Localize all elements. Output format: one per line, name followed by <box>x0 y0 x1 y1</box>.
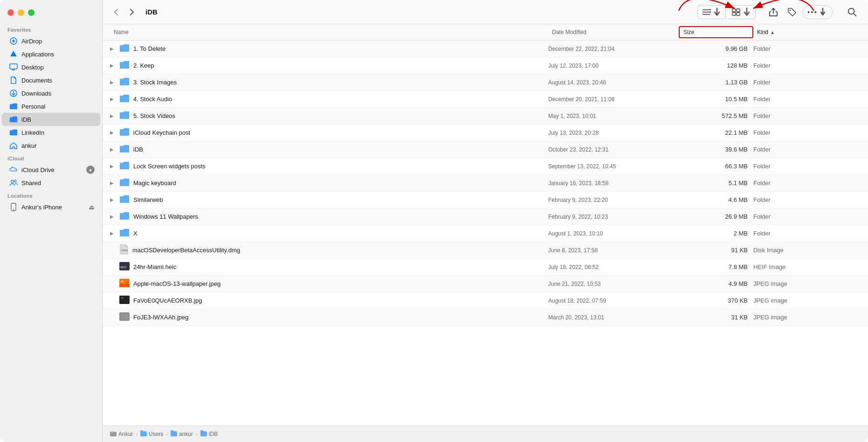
table-row[interactable]: Apple-macOS-13-wallpaper.jpegJune 21, 20… <box>103 276 868 292</box>
expand-arrow[interactable]: ▶ <box>110 80 116 85</box>
sidebar-item-desktop-label: Desktop <box>21 64 44 71</box>
file-name-label: FoJE3-lWXAAh.jpeg <box>133 314 189 321</box>
file-date-cell: September 13, 2022, 10:45 <box>548 163 679 170</box>
col-header-kind[interactable]: Kind ▲ <box>753 26 847 38</box>
col-header-date[interactable]: Date Modified <box>548 26 679 38</box>
sidebar-item-iphone[interactable]: Ankur's iPhone ⏏ <box>2 200 100 214</box>
file-size-cell: 1.13 GB <box>679 79 753 86</box>
more-button[interactable] <box>802 5 833 19</box>
expand-arrow[interactable]: ▶ <box>110 130 116 135</box>
sidebar-item-desktop[interactable]: Desktop <box>2 61 100 74</box>
tag-button[interactable] <box>784 6 800 19</box>
file-name-label: iCloud Keychain post <box>133 129 190 136</box>
sidebar-item-documents[interactable]: Documents <box>2 74 100 87</box>
file-size-cell: 66.3 MB <box>679 163 753 170</box>
sidebar-item-idb[interactable]: iDB <box>2 113 100 126</box>
file-kind-cell: Folder <box>753 62 847 69</box>
sidebar-item-airdrop[interactable]: AirDrop <box>2 35 100 48</box>
share-button[interactable] <box>765 6 782 19</box>
table-row[interactable]: DMG macOSDeveloperBetaAccessUtility.dmgJ… <box>103 242 868 259</box>
file-name-cell: ▶ 5. Stock Videos <box>110 111 548 121</box>
sort-desc-icon: ▲ <box>770 30 775 35</box>
file-name-cell: HEIC 24hr-Miami.heic <box>110 262 548 272</box>
file-name-cell: ▶ iCloud Keychain post <box>110 128 548 138</box>
expand-arrow[interactable]: ▶ <box>110 46 116 51</box>
eject-icon[interactable]: ⏏ <box>89 203 95 211</box>
status-bar: Ankur › Users › ankur › iDB <box>103 425 868 442</box>
search-button[interactable] <box>844 6 861 19</box>
svg-point-17 <box>790 9 791 11</box>
file-name-cell: ▶ 3. Stock Images <box>110 77 548 87</box>
sidebar-item-personal-label: Personal <box>21 103 45 110</box>
icloud-drive-icon <box>9 166 18 174</box>
file-icon: HEIC <box>119 262 130 272</box>
table-row[interactable]: ▶ Lock Screen widgets postsSeptember 13,… <box>103 158 868 175</box>
minimize-button[interactable] <box>18 9 24 16</box>
sidebar-item-downloads[interactable]: Downloads <box>2 87 100 100</box>
sidebar-item-applications[interactable]: Applications <box>2 48 100 61</box>
table-row[interactable]: FaVoE0QUcAEORXB.jpgAugust 18, 2022, 07:5… <box>103 292 868 309</box>
expand-arrow[interactable]: ▶ <box>110 97 116 102</box>
file-name-cell: ▶ X <box>110 228 548 238</box>
airdrop-icon <box>9 37 18 45</box>
table-row[interactable]: ▶ 4. Stock AudioDecember 20, 2021, 11:08… <box>103 91 868 108</box>
table-row[interactable]: ▶ Windows 11 WallpapersFebruary 9, 2022,… <box>103 208 868 225</box>
table-row[interactable]: ▶ SimilarwebFebruary 9, 2023, 22:204.6 M… <box>103 192 868 208</box>
sidebar-item-ankur[interactable]: ankur <box>2 139 100 152</box>
col-header-name[interactable]: Name <box>110 26 548 38</box>
breadcrumb-idb[interactable]: iDB <box>200 431 218 437</box>
expand-arrow[interactable]: ▶ <box>110 214 116 219</box>
file-date-cell: October 23, 2022, 12:31 <box>548 146 679 153</box>
close-button[interactable] <box>7 9 14 16</box>
file-name-label: 3. Stock Images <box>133 79 177 86</box>
table-row[interactable]: ▶ XAugust 1, 2023, 10:102 MBFolder <box>103 225 868 242</box>
icloud-drive-badge: ● <box>86 166 95 174</box>
breadcrumb-users-label: Users <box>149 431 163 437</box>
maximize-button[interactable] <box>28 9 34 16</box>
table-row[interactable]: ▶ Magic keyboardJanuary 16, 2023, 18:585… <box>103 175 868 192</box>
file-date-cell: February 9, 2023, 22:20 <box>548 197 679 203</box>
file-icon <box>119 212 130 221</box>
file-list[interactable]: ▶ 1. To DeleteDecember 22, 2022, 21:049.… <box>103 41 868 425</box>
sidebar-item-icloud-drive[interactable]: iCloud Drive ● <box>2 163 100 176</box>
table-row[interactable]: ▶ iDBOctober 23, 2022, 12:3139.6 MBFolde… <box>103 141 868 158</box>
file-name-label: macOSDeveloperBetaAccessUtility.dmg <box>132 247 240 254</box>
file-date-cell: July 18, 2022, 08:52 <box>548 264 679 270</box>
view-grid-button[interactable] <box>728 5 756 19</box>
file-name-cell: ▶ Windows 11 Wallpapers <box>110 212 548 221</box>
svg-point-7 <box>14 180 16 182</box>
svg-point-31 <box>121 297 124 299</box>
table-row[interactable]: ▶ 1. To DeleteDecember 22, 2022, 21:049.… <box>103 41 868 57</box>
breadcrumb-users[interactable]: Users <box>140 431 163 437</box>
expand-arrow[interactable]: ▶ <box>110 147 116 152</box>
file-kind-cell: Folder <box>753 45 847 52</box>
table-row[interactable]: ▶ iCloud Keychain postJuly 13, 2023, 20:… <box>103 124 868 141</box>
table-row[interactable]: ▶ 5. Stock VideosMay 1, 2023, 10:01572.5… <box>103 108 868 124</box>
file-icon <box>119 161 130 171</box>
svg-point-18 <box>808 11 810 13</box>
expand-arrow[interactable]: ▶ <box>110 113 116 118</box>
file-kind-cell: Folder <box>753 213 847 220</box>
col-header-size[interactable]: Size <box>679 26 753 38</box>
sidebar-item-linkedin[interactable]: LinkedIn <box>2 126 100 139</box>
svg-text:DMG: DMG <box>121 249 128 252</box>
back-button[interactable] <box>110 6 122 19</box>
expand-arrow[interactable]: ▶ <box>110 164 116 169</box>
view-list-button[interactable] <box>697 5 726 19</box>
table-row[interactable]: HEIC 24hr-Miami.heicJuly 18, 2022, 08:52… <box>103 259 868 276</box>
sidebar-item-idb-label: iDB <box>21 116 31 123</box>
expand-arrow[interactable]: ▶ <box>110 63 116 68</box>
file-date-cell: May 1, 2023, 10:01 <box>548 113 679 119</box>
table-row[interactable]: ▶ 2. KeepJuly 12, 2023, 17:00128 MBFolde… <box>103 57 868 74</box>
col-name-label: Name <box>114 29 129 35</box>
table-row[interactable]: ▶ 3. Stock ImagesAugust 14, 2023, 20:461… <box>103 74 868 91</box>
expand-arrow[interactable]: ▶ <box>110 180 116 186</box>
table-row[interactable]: FoJE3-lWXAAh.jpegMarch 20, 2023, 13:0131… <box>103 309 868 326</box>
expand-arrow[interactable]: ▶ <box>110 197 116 202</box>
breadcrumb-ankur-home[interactable]: ankur <box>171 431 193 437</box>
expand-arrow[interactable]: ▶ <box>110 231 116 236</box>
forward-button[interactable] <box>126 6 138 19</box>
sidebar-item-shared[interactable]: Shared <box>2 176 100 189</box>
sidebar-item-personal[interactable]: Personal <box>2 100 100 113</box>
breadcrumb-ankur[interactable]: Ankur <box>110 431 133 437</box>
